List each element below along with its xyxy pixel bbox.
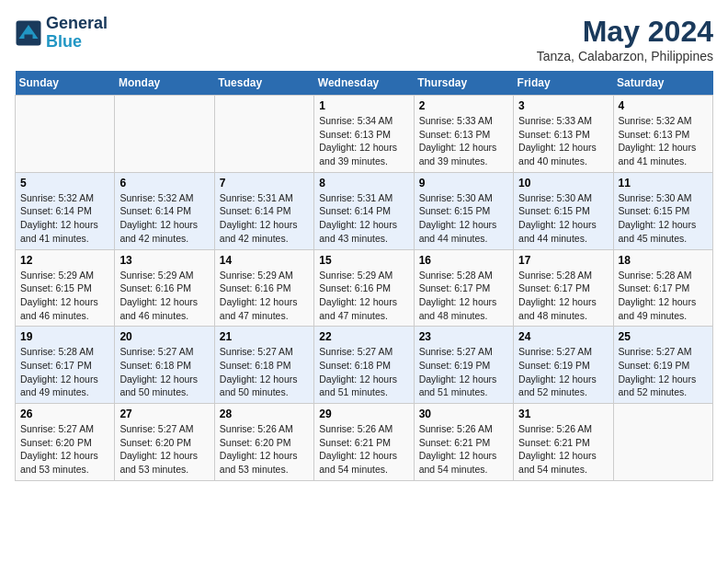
calendar-cell: 23Sunrise: 5:27 AM Sunset: 6:19 PM Dayli… xyxy=(414,327,513,404)
calendar-cell: 18Sunrise: 5:28 AM Sunset: 6:17 PM Dayli… xyxy=(613,249,712,327)
calendar-week-row: 1Sunrise: 5:34 AM Sunset: 6:13 PM Daylig… xyxy=(16,96,713,173)
calendar-cell: 19Sunrise: 5:28 AM Sunset: 6:17 PM Dayli… xyxy=(16,327,115,404)
day-number: 1 xyxy=(319,99,408,112)
day-number: 25 xyxy=(619,330,708,343)
day-number: 19 xyxy=(20,330,109,343)
day-number: 12 xyxy=(20,254,109,267)
day-info: Sunrise: 5:29 AM Sunset: 6:16 PM Dayligh… xyxy=(319,269,408,323)
calendar-cell: 2Sunrise: 5:33 AM Sunset: 6:13 PM Daylig… xyxy=(414,96,513,173)
title-block: May 2024 Tanza, Calabarzon, Philippines xyxy=(537,15,713,63)
day-info: Sunrise: 5:27 AM Sunset: 6:20 PM Dayligh… xyxy=(119,422,209,477)
day-info: Sunrise: 5:27 AM Sunset: 6:19 PM Dayligh… xyxy=(518,345,608,399)
day-number: 23 xyxy=(419,330,508,343)
svg-rect-2 xyxy=(25,34,33,40)
day-info: Sunrise: 5:26 AM Sunset: 6:20 PM Dayligh… xyxy=(220,422,309,477)
day-number: 22 xyxy=(319,330,408,343)
day-number: 10 xyxy=(518,177,608,190)
day-number: 21 xyxy=(220,330,309,343)
calendar-cell: 7Sunrise: 5:31 AM Sunset: 6:14 PM Daylig… xyxy=(214,172,313,249)
logo-line1: General xyxy=(46,15,108,33)
calendar-cell: 17Sunrise: 5:28 AM Sunset: 6:17 PM Dayli… xyxy=(514,249,613,327)
day-info: Sunrise: 5:29 AM Sunset: 6:16 PM Dayligh… xyxy=(220,269,309,323)
day-info: Sunrise: 5:32 AM Sunset: 6:14 PM Dayligh… xyxy=(119,191,209,246)
day-number: 5 xyxy=(20,177,109,190)
day-info: Sunrise: 5:27 AM Sunset: 6:18 PM Dayligh… xyxy=(119,345,209,399)
day-number: 31 xyxy=(518,408,608,420)
day-info: Sunrise: 5:28 AM Sunset: 6:17 PM Dayligh… xyxy=(20,345,109,399)
page-header: General Blue May 2024 Tanza, Calabarzon,… xyxy=(15,15,713,63)
day-info: Sunrise: 5:27 AM Sunset: 6:20 PM Dayligh… xyxy=(20,422,109,477)
day-info: Sunrise: 5:26 AM Sunset: 6:21 PM Dayligh… xyxy=(419,422,508,477)
calendar-cell: 14Sunrise: 5:29 AM Sunset: 6:16 PM Dayli… xyxy=(214,249,313,327)
day-info: Sunrise: 5:26 AM Sunset: 6:21 PM Dayligh… xyxy=(518,422,608,477)
day-number: 6 xyxy=(119,177,209,190)
calendar-cell: 30Sunrise: 5:26 AM Sunset: 6:21 PM Dayli… xyxy=(414,404,513,481)
day-info: Sunrise: 5:31 AM Sunset: 6:14 PM Dayligh… xyxy=(220,191,309,246)
calendar-cell: 1Sunrise: 5:34 AM Sunset: 6:13 PM Daylig… xyxy=(314,96,414,173)
calendar-cell: 4Sunrise: 5:32 AM Sunset: 6:13 PM Daylig… xyxy=(613,96,712,173)
calendar-cell: 26Sunrise: 5:27 AM Sunset: 6:20 PM Dayli… xyxy=(16,404,115,481)
calendar-week-row: 5Sunrise: 5:32 AM Sunset: 6:14 PM Daylig… xyxy=(16,172,713,249)
logo: General Blue xyxy=(15,15,108,52)
day-number: 24 xyxy=(518,330,608,343)
day-of-week-header: Friday xyxy=(514,71,613,96)
day-info: Sunrise: 5:28 AM Sunset: 6:17 PM Dayligh… xyxy=(619,269,708,323)
day-info: Sunrise: 5:27 AM Sunset: 6:19 PM Dayligh… xyxy=(419,345,508,399)
calendar-cell xyxy=(613,404,712,481)
calendar-cell: 21Sunrise: 5:27 AM Sunset: 6:18 PM Dayli… xyxy=(214,327,313,404)
calendar-cell: 29Sunrise: 5:26 AM Sunset: 6:21 PM Dayli… xyxy=(314,404,414,481)
day-info: Sunrise: 5:29 AM Sunset: 6:15 PM Dayligh… xyxy=(20,269,109,323)
day-info: Sunrise: 5:27 AM Sunset: 6:18 PM Dayligh… xyxy=(220,345,309,399)
calendar-cell: 25Sunrise: 5:27 AM Sunset: 6:19 PM Dayli… xyxy=(613,327,712,404)
day-info: Sunrise: 5:27 AM Sunset: 6:18 PM Dayligh… xyxy=(319,345,408,399)
logo-line2: Blue xyxy=(46,33,108,52)
day-info: Sunrise: 5:29 AM Sunset: 6:16 PM Dayligh… xyxy=(119,269,209,323)
calendar-table: SundayMondayTuesdayWednesdayThursdayFrid… xyxy=(15,71,713,481)
day-info: Sunrise: 5:32 AM Sunset: 6:13 PM Dayligh… xyxy=(619,114,708,168)
day-info: Sunrise: 5:33 AM Sunset: 6:13 PM Dayligh… xyxy=(518,114,608,168)
day-number: 15 xyxy=(319,254,408,267)
page-subtitle: Tanza, Calabarzon, Philippines xyxy=(537,49,713,63)
day-info: Sunrise: 5:30 AM Sunset: 6:15 PM Dayligh… xyxy=(619,191,708,246)
calendar-cell: 13Sunrise: 5:29 AM Sunset: 6:16 PM Dayli… xyxy=(115,249,214,327)
day-number: 30 xyxy=(419,408,508,420)
day-number: 14 xyxy=(220,254,309,267)
calendar-cell: 15Sunrise: 5:29 AM Sunset: 6:16 PM Dayli… xyxy=(314,249,414,327)
day-of-week-header: Wednesday xyxy=(314,71,414,96)
day-of-week-header: Sunday xyxy=(16,71,115,96)
calendar-cell: 11Sunrise: 5:30 AM Sunset: 6:15 PM Dayli… xyxy=(613,172,712,249)
calendar-cell: 28Sunrise: 5:26 AM Sunset: 6:20 PM Dayli… xyxy=(214,404,313,481)
day-info: Sunrise: 5:28 AM Sunset: 6:17 PM Dayligh… xyxy=(419,269,508,323)
day-number: 13 xyxy=(119,254,209,267)
day-number: 27 xyxy=(119,408,209,420)
calendar-cell xyxy=(214,96,313,173)
day-number: 17 xyxy=(518,254,608,267)
calendar-cell: 6Sunrise: 5:32 AM Sunset: 6:14 PM Daylig… xyxy=(115,172,214,249)
calendar-cell: 8Sunrise: 5:31 AM Sunset: 6:14 PM Daylig… xyxy=(314,172,414,249)
day-info: Sunrise: 5:26 AM Sunset: 6:21 PM Dayligh… xyxy=(319,422,408,477)
day-number: 2 xyxy=(419,99,508,112)
day-info: Sunrise: 5:32 AM Sunset: 6:14 PM Dayligh… xyxy=(20,191,109,246)
calendar-cell xyxy=(115,96,214,173)
calendar-cell: 16Sunrise: 5:28 AM Sunset: 6:17 PM Dayli… xyxy=(414,249,513,327)
day-info: Sunrise: 5:33 AM Sunset: 6:13 PM Dayligh… xyxy=(419,114,508,168)
day-of-week-header: Monday xyxy=(115,71,214,96)
calendar-cell: 22Sunrise: 5:27 AM Sunset: 6:18 PM Dayli… xyxy=(314,327,414,404)
page-title: May 2024 xyxy=(537,15,713,49)
day-number: 28 xyxy=(220,408,309,420)
day-number: 18 xyxy=(619,254,708,267)
calendar-cell: 20Sunrise: 5:27 AM Sunset: 6:18 PM Dayli… xyxy=(115,327,214,404)
day-number: 8 xyxy=(319,177,408,190)
calendar-cell: 31Sunrise: 5:26 AM Sunset: 6:21 PM Dayli… xyxy=(514,404,613,481)
day-of-week-header: Thursday xyxy=(414,71,513,96)
day-number: 9 xyxy=(419,177,508,190)
day-number: 3 xyxy=(518,99,608,112)
calendar-week-row: 26Sunrise: 5:27 AM Sunset: 6:20 PM Dayli… xyxy=(16,404,713,481)
calendar-cell: 12Sunrise: 5:29 AM Sunset: 6:15 PM Dayli… xyxy=(16,249,115,327)
calendar-cell: 10Sunrise: 5:30 AM Sunset: 6:15 PM Dayli… xyxy=(514,172,613,249)
day-info: Sunrise: 5:30 AM Sunset: 6:15 PM Dayligh… xyxy=(419,191,508,246)
day-info: Sunrise: 5:28 AM Sunset: 6:17 PM Dayligh… xyxy=(518,269,608,323)
day-number: 11 xyxy=(619,177,708,190)
calendar-cell: 27Sunrise: 5:27 AM Sunset: 6:20 PM Dayli… xyxy=(115,404,214,481)
calendar-cell: 3Sunrise: 5:33 AM Sunset: 6:13 PM Daylig… xyxy=(514,96,613,173)
